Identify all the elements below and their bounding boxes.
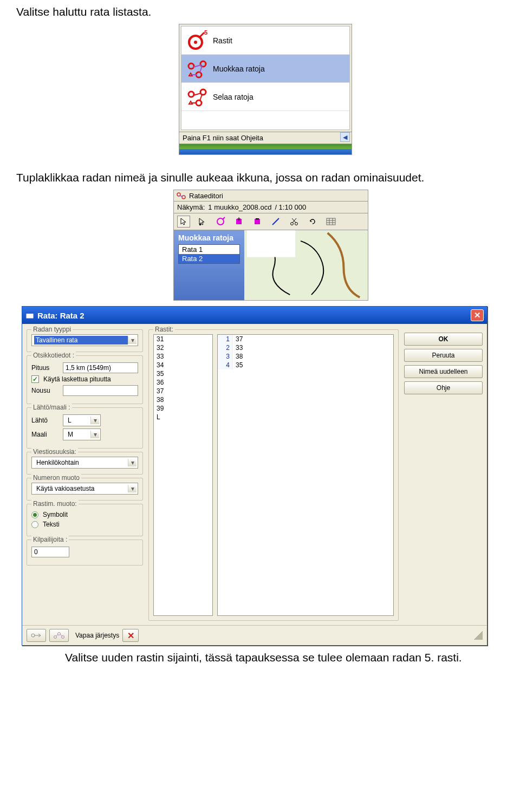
number-format-dropdown[interactable]: Käytä vakioasetusta ▾ (31, 483, 138, 495)
symbols-label: Symbolit (43, 511, 68, 518)
use-calculated-checkbox[interactable]: ✓ (31, 375, 39, 383)
tool-row-selaa[interactable]: Selaa ratoja (181, 83, 349, 111)
competitors-field[interactable]: 0 (31, 547, 69, 557)
symbols-radio[interactable] (31, 511, 38, 518)
browse-course-icon (185, 85, 210, 109)
climb-field[interactable] (63, 385, 138, 396)
course-type-dropdown[interactable]: Tavallinen rata ▾ (31, 334, 138, 346)
svg-point-4 (188, 63, 194, 69)
edit-tool[interactable] (196, 216, 209, 228)
list-item[interactable]: 33 (154, 352, 212, 361)
list-item[interactable]: 35 (154, 369, 212, 378)
tool-row-rastit[interactable]: 5 Rastit (181, 27, 349, 55)
svg-point-6 (196, 72, 202, 77)
svg-line-2 (200, 33, 204, 37)
list-item[interactable]: 32 (154, 343, 212, 352)
pointer-tool[interactable] (177, 216, 190, 228)
svg-point-11 (188, 92, 194, 97)
svg-text:5: 5 (204, 29, 207, 36)
grid-tool[interactable] (324, 216, 337, 228)
course-row[interactable]: Rata 1 (179, 245, 239, 254)
start-label: Lähtö (31, 417, 58, 424)
svg-point-1 (194, 41, 197, 44)
editor-view-strip: Näkymä: 1 muukko_2008.ocd / 1:10 000 (173, 202, 368, 213)
selected-controls-list[interactable]: 137233338435 (217, 334, 394, 616)
list-item[interactable]: 39 (154, 404, 212, 413)
tool-row-muokkaa[interactable]: Muokkaa ratoja (181, 55, 349, 83)
use-calculated-label: Käytä laskettua pituutta (43, 375, 111, 383)
relay-dropdown[interactable]: Henkilökohtain ▾ (31, 457, 138, 469)
map-canvas[interactable] (244, 230, 368, 300)
chevron-down-icon: ▾ (128, 459, 136, 466)
tool-label: Muokkaa ratoja (213, 64, 265, 73)
svg-line-9 (200, 66, 202, 73)
svg-point-5 (200, 61, 206, 67)
dropdown-value: Käytä vakioasetusta (34, 485, 128, 492)
length-field[interactable]: 1,5 km (1549m) (63, 362, 138, 373)
dropdown-value: Henkilökohtain (34, 459, 128, 466)
legend: Rastit: (153, 326, 175, 333)
cancel-button[interactable]: Peruuta (404, 349, 483, 362)
control-tool[interactable] (214, 216, 227, 228)
taskbar-strip (179, 144, 352, 155)
help-button[interactable]: Ohje (404, 381, 483, 394)
available-controls-list[interactable]: 313233343536373839L (153, 334, 213, 616)
list-item[interactable]: 435 (218, 361, 393, 369)
start-dropdown[interactable]: L ▾ (63, 414, 101, 426)
ok-button[interactable]: OK (404, 333, 483, 346)
legend: Kilpailijoita : (31, 536, 69, 543)
course-list-panel: Muokkaa ratoja Rata 1 Rata 2 (174, 230, 244, 300)
list-item[interactable]: L (154, 413, 212, 421)
dropdown-value: L (66, 417, 90, 424)
editor-titlebar: Rataeditori (173, 190, 368, 202)
list-item[interactable]: 34 (154, 361, 212, 369)
list-item[interactable]: 36 (154, 378, 212, 387)
doc-paragraph-3: Valitse uuden rastin sijainti, tässä tap… (65, 651, 504, 664)
doc-paragraph-1: Valitse haluttu rata listasta. (16, 5, 504, 18)
header-info-group: Otsikkotiedot : Pituus 1,5 km (1549m) ✓ … (27, 355, 143, 404)
course-row[interactable]: Rata 2 (179, 254, 239, 263)
editor-icon (176, 191, 187, 200)
list-item[interactable]: 233 (218, 343, 393, 352)
control-icon: 5 (185, 28, 210, 53)
svg-line-23 (223, 217, 225, 219)
rename-button[interactable]: Nimeä uudelleen (404, 365, 483, 378)
view-file[interactable]: 1 muukko_2008.ocd (208, 203, 271, 211)
dialog-icon (25, 311, 34, 319)
list-item[interactable]: 37 (154, 387, 212, 395)
legend: Radan tyyppi (31, 326, 73, 333)
footer-delete-button[interactable]: ✕ (122, 629, 139, 642)
course-type-group: Radan tyyppi Tavallinen rata ▾ (27, 329, 143, 352)
tool-label: Selaa ratoja (213, 93, 253, 101)
close-button[interactable]: ✕ (471, 309, 484, 321)
dialog-titlebar[interactable]: Rata: Rata 2 ✕ (22, 307, 487, 324)
svg-rect-21 (199, 224, 201, 225)
finish-dropdown[interactable]: M ▾ (63, 428, 101, 440)
list-item[interactable]: 137 (218, 335, 393, 343)
link-icon (30, 632, 42, 639)
cut-tool[interactable] (288, 216, 301, 228)
dialog-title: Rata: Rata 2 (37, 311, 84, 320)
svg-line-49 (60, 634, 62, 636)
free-order-label: Vapaa järjestys (75, 632, 119, 639)
add-square-tool[interactable] (232, 216, 245, 228)
description-format-group: Rastim. muoto: Symbolit Teksti (27, 504, 143, 536)
list-item[interactable]: 338 (218, 352, 393, 361)
scroll-left-button[interactable]: ◀ (340, 132, 350, 142)
line-tool[interactable] (269, 216, 282, 228)
competitors-group: Kilpailijoita : 0 (27, 540, 143, 566)
course-icon (53, 632, 65, 639)
footer-course-button[interactable] (49, 629, 69, 642)
dropdown-value: Tavallinen rata (34, 336, 128, 345)
footer-link-button[interactable] (27, 629, 46, 642)
view-label: Näkymä: (177, 203, 205, 211)
text-radio[interactable] (31, 521, 38, 528)
editor-toolbar (173, 213, 368, 230)
list-item[interactable]: 31 (154, 335, 212, 343)
list-item[interactable]: 38 (154, 395, 212, 404)
resize-grip[interactable] (474, 631, 483, 640)
refresh-tool[interactable] (306, 216, 319, 228)
remove-square-tool[interactable] (251, 216, 264, 228)
svg-line-32 (292, 218, 296, 223)
side-panel-title: Muokkaa ratoja (178, 233, 240, 242)
